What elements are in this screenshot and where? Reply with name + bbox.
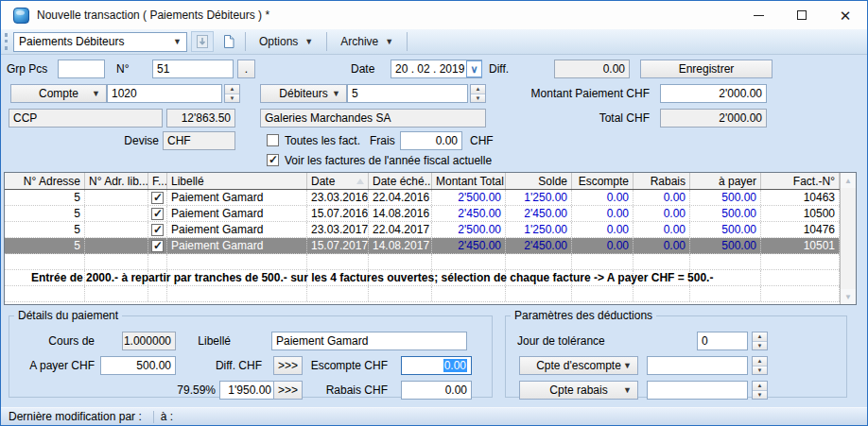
libelle-input[interactable]: Paiement Gamard xyxy=(271,332,467,350)
numero-value: 51 xyxy=(157,62,169,76)
row-checkbox[interactable] xyxy=(151,208,164,220)
numero-input[interactable]: 51 xyxy=(152,60,234,78)
row-checkbox[interactable] xyxy=(151,224,164,236)
spin-up-icon[interactable]: ▲ xyxy=(753,357,767,366)
col-header-adresse[interactable]: N° Adresse xyxy=(5,173,85,189)
col-header-date-echeance[interactable]: Date éché... xyxy=(369,173,432,189)
minimize-icon xyxy=(754,15,764,16)
voir-factures-checkbox[interactable] xyxy=(267,154,279,166)
post-transaction-button[interactable] xyxy=(191,31,214,52)
table-row[interactable]: 5 Paiement Gamard 23.03.2016 22.04.2016 … xyxy=(5,190,840,206)
diff-label: Diff. xyxy=(489,60,509,78)
invoices-grid: N° Adresse N° Adr. lib... F... Libellé D… xyxy=(5,173,840,304)
cours-value: 1.000000 xyxy=(124,334,171,348)
toutes-factures-checkbox[interactable] xyxy=(267,134,279,146)
spin-down-icon[interactable]: ▼ xyxy=(753,342,767,350)
montant-paiement-value: 2'000.00 xyxy=(719,87,762,100)
archive-label: Archive xyxy=(340,35,378,48)
row-checkbox[interactable] xyxy=(151,192,164,204)
close-button[interactable]: ✕ xyxy=(824,2,867,29)
date-dropdown-button[interactable]: ∨ xyxy=(466,60,482,77)
cell-date-echeance xyxy=(369,286,432,301)
col-header-rabais[interactable]: Rabais xyxy=(634,173,690,189)
ccp-amount-value: 12'863.50 xyxy=(182,111,231,125)
col-header-montant-total[interactable]: Montant Total xyxy=(432,173,506,189)
spin-up-icon[interactable]: ▲ xyxy=(753,382,767,391)
minimize-button[interactable] xyxy=(737,2,780,29)
compte-dropdown-button[interactable]: Compte ▼ xyxy=(10,84,107,103)
col-header-solde[interactable]: Solde xyxy=(506,173,572,189)
cours-label: Cours de xyxy=(21,332,95,350)
maximize-icon xyxy=(797,10,807,20)
scroll-down-icon[interactable]: ▼ xyxy=(841,289,856,304)
rabais-account-dropdown-button[interactable]: Cpte rabais ▼ xyxy=(519,381,638,400)
cell-solde xyxy=(506,254,572,269)
table-row[interactable]: 5 Paiement Gamard 15.07.2017 14.08.2017 … xyxy=(5,238,840,254)
compte-spinner[interactable]: ▲▼ xyxy=(224,84,240,103)
spin-up-icon[interactable]: ▲ xyxy=(471,85,485,94)
scroll-up-icon[interactable]: ▲ xyxy=(841,173,856,188)
montant-paiement-input[interactable]: 2'000.00 xyxy=(660,84,767,103)
col-header-fact-no[interactable]: Fact.-N° xyxy=(761,173,840,189)
row-checkbox[interactable] xyxy=(151,240,164,252)
escompte-account-dropdown-button[interactable]: Cpte d'escompte ▼ xyxy=(519,356,638,375)
spin-up-icon[interactable]: ▲ xyxy=(753,332,767,342)
cell-fact-no xyxy=(761,286,840,301)
devise-value: CHF xyxy=(167,134,191,147)
cell-adr-lib xyxy=(85,238,148,253)
grp-pcs-input[interactable] xyxy=(58,60,105,78)
spin-down-icon[interactable]: ▼ xyxy=(753,391,767,400)
cell-escompte: 0.00 xyxy=(572,206,634,221)
debiteurs-input[interactable]: 5 xyxy=(347,84,468,103)
escompte-account-input[interactable] xyxy=(647,356,748,375)
debiteurs-value: 5 xyxy=(352,87,358,100)
dot-button[interactable]: . xyxy=(237,60,255,78)
cell-date-echeance: 14.08.2016 xyxy=(369,206,432,221)
frais-input[interactable]: 0.00 xyxy=(400,131,462,150)
chevron-down-icon: ▼ xyxy=(332,89,340,98)
table-row[interactable]: 5 Paiement Gamard 23.03.2017 22.04.2017 … xyxy=(5,222,840,238)
percent-amount-field[interactable]: 1'950.00 xyxy=(219,381,276,400)
spin-down-icon[interactable]: ▼ xyxy=(225,94,239,103)
table-row[interactable]: 5 Paiement Gamard 15.07.2016 14.08.2016 … xyxy=(5,206,840,222)
col-header-a-payer[interactable]: à payer xyxy=(690,173,761,189)
new-transaction-button[interactable] xyxy=(217,31,240,52)
toolbar-grip[interactable] xyxy=(5,33,8,50)
cell-adresse: 5 xyxy=(5,238,85,253)
rabais-chf-input[interactable]: 0.00 xyxy=(401,381,472,400)
tolerance-input[interactable]: 0 xyxy=(697,332,748,350)
col-header-libelle[interactable]: Libellé xyxy=(167,173,307,189)
spin-down-icon[interactable]: ▼ xyxy=(471,94,485,103)
debiteurs-spinner[interactable]: ▲▼ xyxy=(470,84,486,103)
chevron-down-icon: ▼ xyxy=(623,361,632,370)
tolerance-spinner[interactable]: ▲▼ xyxy=(752,332,768,350)
rabais-account-spinner[interactable]: ▲▼ xyxy=(752,381,768,400)
escompte-account-spinner[interactable]: ▲▼ xyxy=(752,356,768,375)
cell-escompte: 0.00 xyxy=(572,222,634,237)
cell-a-payer: 500.00 xyxy=(690,238,761,253)
a-payer-input[interactable]: 500.00 xyxy=(100,356,176,375)
tolerance-label: Jour de tolérance xyxy=(517,332,605,350)
escompte-chf-input[interactable]: 0.00 xyxy=(401,356,472,375)
cell-montant-total xyxy=(432,254,506,269)
compte-value: 1020 xyxy=(112,87,137,100)
debiteurs-dropdown-button[interactable]: Débiteurs ▼ xyxy=(260,84,347,103)
payment-details-group: Détails du paiement Cours de 1.000000 Li… xyxy=(9,309,493,398)
table-scrollbar[interactable]: ▲ ▼ xyxy=(840,173,856,304)
transaction-type-combobox[interactable]: Paiements Débiteurs ▼ xyxy=(13,32,187,52)
options-menu-button[interactable]: Options ▼ xyxy=(251,31,321,52)
col-header-date[interactable]: Date xyxy=(307,173,369,189)
cell-montant-total: 2'500.00 xyxy=(432,222,506,237)
archive-menu-button[interactable]: Archive ▼ xyxy=(332,31,402,52)
cell-a-payer: 500.00 xyxy=(690,222,761,237)
col-header-escompte[interactable]: Escompte xyxy=(572,173,634,189)
rabais-account-input[interactable] xyxy=(647,381,748,400)
spin-down-icon[interactable]: ▼ xyxy=(753,366,767,375)
col-header-f[interactable]: F... xyxy=(148,173,167,189)
col-header-adr-lib[interactable]: N° Adr. lib... xyxy=(85,173,148,189)
compte-input[interactable]: 1020 xyxy=(107,84,222,103)
save-button[interactable]: Enregistrer xyxy=(640,60,773,78)
maximize-button[interactable] xyxy=(780,2,824,29)
date-input[interactable]: 20 . 02 . 2019 ∨ xyxy=(391,60,482,78)
spin-up-icon[interactable]: ▲ xyxy=(225,85,239,94)
